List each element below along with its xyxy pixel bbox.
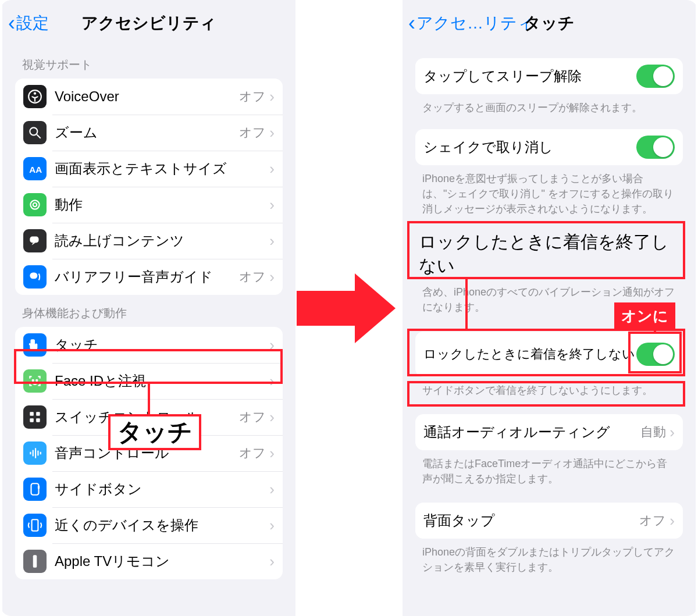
svg-point-10 [36,380,37,381]
cell-back-tap[interactable]: 背面タップ オフ › [415,503,683,539]
section-header-vision: 視覚サポート [2,47,295,79]
cell-motion[interactable]: 動作 › [15,187,283,223]
nearby-device-icon [23,514,47,537]
cell-spoken-content[interactable]: 読み上げコンテンツ › [15,223,283,259]
svg-rect-22 [32,519,38,531]
chevron-left-icon: ‹ [408,13,415,34]
navbar-left: ‹ 設定 アクセシビリティ [2,0,295,47]
cell-label: 動作 [55,196,269,213]
cell-label: サイドボタン [55,480,269,498]
chevron-right-icon: › [269,161,275,176]
faceid-icon [23,369,47,393]
svg-rect-14 [36,418,40,422]
switch-control-icon [23,405,47,429]
cell-audio-route[interactable]: 通話オーディオルーティング 自動 › [415,414,683,450]
cell-touch[interactable]: タッチ › [15,327,283,363]
chevron-right-icon: › [269,269,275,284]
navbar-right: ‹ アクセ…リティ タッチ [403,0,696,47]
back-button[interactable]: ‹ 設定 [8,12,49,34]
svg-rect-12 [36,412,40,416]
cell-label: バリアフリー音声ガイド [55,268,239,286]
cell-value: オフ [239,408,266,426]
svg-point-1 [34,92,36,94]
cell-label: タッチ [55,336,269,354]
cell-label: 通話オーディオルーティング [423,423,640,441]
chevron-right-icon: › [269,518,275,533]
cell-faceid[interactable]: Face IDと注視 › [15,363,283,399]
left-screen: ‹ 設定 アクセシビリティ 視覚サポート VoiceOver オフ › ズーム [2,0,295,616]
cell-label: ロックしたときに着信を終了しない [423,346,636,362]
cell-label: 読み上げコンテンツ [55,232,269,250]
chevron-right-icon: › [669,425,675,440]
toggle-tap-to-wake[interactable] [636,65,675,88]
cell-lock-call[interactable]: ロックしたときに着信を終了しない [415,332,683,377]
foot-audio-route: 電話またはFaceTimeオーディオ通話中にどこから音声が聞こえるか指定します。 [403,450,696,491]
cell-value: オフ [239,124,266,141]
svg-rect-16 [33,450,34,457]
list-shake: シェイクで取り消し [415,129,683,165]
back-label: アクセ…リティ [416,12,534,34]
text-size-icon: AA [23,157,47,180]
cell-value: オフ [239,268,266,286]
arrow-right-icon [297,273,396,343]
chevron-right-icon: › [269,446,275,461]
audio-desc-icon [23,265,47,289]
accessibility-icon [23,85,47,108]
toggle-shake-undo[interactable] [636,136,675,159]
svg-rect-7 [30,236,38,243]
cell-value: オフ [239,88,266,105]
section-header-physical: 身体機能および動作 [2,295,295,327]
cell-appletv-remote[interactable]: Apple TVリモコン › [15,543,283,579]
cell-zoom[interactable]: ズーム オフ › [15,115,283,151]
voice-control-icon [23,441,47,465]
cell-label: タップしてスリープ解除 [423,67,636,85]
cell-label: Face IDと注視 [55,372,269,390]
chevron-right-icon: › [669,513,675,528]
svg-rect-11 [30,412,34,416]
chevron-right-icon: › [269,197,275,212]
list-lock-call: ロックしたときに着信を終了しない [415,332,683,377]
cell-voiceover[interactable]: VoiceOver オフ › [15,79,283,115]
side-button-icon [23,478,47,501]
svg-rect-20 [31,483,39,495]
chevron-right-icon: › [269,337,275,352]
foot-tap-wake: タップすると画面のスリープが解除されます。 [403,94,696,120]
svg-text:AA: AA [29,165,42,175]
foot-shake: iPhoneを意図せず振ってしまうことが多い場合は、"シェイクで取り消し" をオ… [403,165,696,221]
cell-shake-undo[interactable]: シェイクで取り消し [415,129,683,165]
chevron-right-icon: › [269,482,275,497]
foot-back-tap: iPhoneの背面をダブルまたはトリプルタップしてアクションを素早く実行します。 [403,539,696,579]
motion-icon [23,193,47,216]
cell-tap-to-wake[interactable]: タップしてスリープ解除 [415,58,683,94]
toggle-lock-call[interactable] [636,343,675,366]
chevron-right-icon: › [269,373,275,389]
cell-label: シェイクで取り消し [423,138,636,156]
cell-value: オフ [239,444,266,462]
chevron-right-icon: › [269,410,275,425]
vision-list: VoiceOver オフ › ズーム オフ › AA 画面表示とテキストサイズ … [15,79,283,295]
cell-text-size[interactable]: AA 画面表示とテキストサイズ › [15,151,283,187]
back-button[interactable]: ‹ アクセ…リティ [408,12,534,34]
cell-audio-desc[interactable]: バリアフリー音声ガイド オフ › [15,259,283,295]
svg-point-5 [33,203,37,207]
cell-side-button[interactable]: サイドボタン › [15,471,283,507]
svg-point-2 [30,127,37,135]
cell-label: ズーム [55,124,239,141]
speech-icon [23,229,47,252]
annotation-on-tag: オンに [614,302,675,330]
cell-label: VoiceOver [55,88,239,105]
annotation-text: タッチ [117,416,193,448]
zoom-icon [23,121,47,144]
cell-nearby[interactable]: 近くのデバイスを操作 › [15,507,283,543]
lock-call-title: ロックしたときに着信を終了しない [413,225,685,283]
chevron-left-icon: ‹ [8,13,15,34]
annotation-touch-callout: タッチ [108,414,201,450]
list-tap-wake: タップしてスリープ解除 [415,58,683,94]
svg-rect-13 [30,418,34,422]
svg-point-9 [33,380,34,381]
svg-rect-8 [30,272,37,279]
svg-point-6 [30,200,39,209]
annotation-text: オンに [621,307,668,325]
cell-value: オフ [639,512,666,529]
chevron-right-icon: › [269,554,275,569]
